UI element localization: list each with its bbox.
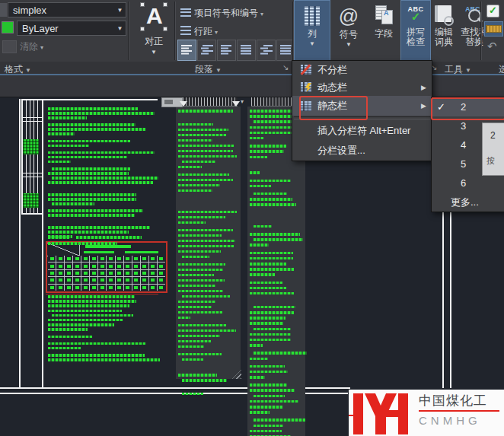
indent-marker-icon[interactable] <box>180 101 187 107</box>
columns-off-icon <box>301 65 311 75</box>
drawing-frame-line <box>42 212 43 387</box>
undo-icon[interactable]: ↶ <box>487 40 497 53</box>
spell-check-button[interactable]: ABC ✓ 拼写检查 <box>400 0 431 61</box>
tooltip: 2 按 <box>482 123 504 176</box>
dictionary-icon <box>435 5 453 25</box>
drawing-text-block <box>48 295 164 363</box>
tools-panel-label[interactable]: 工具▼ <box>445 63 471 76</box>
submenu-item-label: 5 <box>461 158 466 170</box>
align-left-button[interactable] <box>217 40 236 61</box>
watermark-en-text: CNMHG <box>419 414 481 427</box>
line-spacing-button[interactable]: 行距▾ <box>194 25 218 38</box>
titleblock-text-green <box>23 193 39 208</box>
align-center-button[interactable] <box>197 40 216 61</box>
columns-dynamic-icon <box>301 82 311 92</box>
submenu-arrow-icon: ▶ <box>421 102 426 110</box>
bullets-numbering-button[interactable]: 项目符号和编号▾ <box>194 7 263 20</box>
red-dimension-line <box>46 294 158 294</box>
field-icon: A <box>375 5 392 25</box>
clear-formatting-button[interactable]: 清除▾ <box>20 40 43 53</box>
ruler-toggle-button[interactable] <box>484 21 503 37</box>
chevron-down-icon[interactable]: ▼ <box>114 7 126 14</box>
drawing-text-block <box>48 107 162 247</box>
menu-item-label: 分栏设置... <box>317 144 365 158</box>
titleblock-text-green <box>23 139 39 154</box>
clear-formatting-icon <box>2 40 17 53</box>
menu-item-label: 不分栏 <box>317 63 347 77</box>
submenu-item-更多...[interactable]: 更多... <box>432 193 504 212</box>
symbol-button[interactable]: @ 符号 ▼ <box>332 0 365 59</box>
menu-item-0[interactable]: 不分栏 <box>292 61 432 78</box>
color-value: ByLayer <box>18 23 114 34</box>
clipped-panel-label: 选 <box>499 63 504 76</box>
align-justify-icon <box>241 45 253 56</box>
alignment-buttons <box>177 40 296 61</box>
field-button[interactable]: A 字段 <box>368 0 399 59</box>
drawing-table <box>46 241 167 293</box>
column-break-chevron-icon: ▾ <box>241 98 244 105</box>
align-left-para-icon <box>181 45 193 56</box>
submenu-item-label: 2 <box>461 101 466 113</box>
columns-dropdown-menu: 不分栏动态栏▶静态栏▶插入分栏符 Alt+Enter分栏设置... <box>292 60 432 161</box>
watermark-cn-text: 中国煤化工 <box>419 392 487 409</box>
editor-ruler[interactable] <box>183 97 238 107</box>
align-left-para-button[interactable] <box>177 40 196 61</box>
columns-static-icon <box>301 101 311 111</box>
indent-marker-icon[interactable] <box>232 101 240 107</box>
watermark: 中国煤化工 CNMHG <box>349 390 504 436</box>
drawing-frame-line <box>442 212 444 388</box>
align-right-icon <box>260 45 273 56</box>
tooltip-title: 2 <box>490 130 496 141</box>
drawing-text-block <box>178 110 238 400</box>
menu-item-2[interactable]: 静态栏▶ <box>292 96 432 116</box>
at-symbol-icon: @ <box>339 6 359 26</box>
text-style-combobox[interactable]: simplex ▼ <box>8 2 126 18</box>
drawing-frame-line <box>19 99 21 388</box>
panel-separator <box>174 2 176 60</box>
align-justify-button[interactable] <box>237 40 256 61</box>
menu-item-1[interactable]: 动态栏▶ <box>292 78 432 96</box>
paragraph-panel-label[interactable]: 段落▼ <box>195 63 222 76</box>
tooltip-hint: 按 <box>486 155 495 167</box>
checkmark-icon: ✓ <box>437 101 445 113</box>
watermark-logo-icon <box>353 393 417 434</box>
spell-check-icon: ABC ✓ <box>406 5 426 25</box>
align-left-icon <box>221 45 233 56</box>
text-style-value: simplex <box>8 5 114 16</box>
bullets-numbering-icon <box>180 7 191 17</box>
columns-icon <box>305 6 320 26</box>
chevron-down-icon: ▼ <box>309 40 315 47</box>
menu-item-4[interactable]: 插入分栏符 Alt+Enter <box>292 120 432 141</box>
autocad-window: simplex ▼ ByLayer ▼ 清除▾ 格式▼ A 对正▼ 项目符号和编… <box>0 0 504 436</box>
align-width-icon <box>280 45 292 56</box>
checkbox-check-icon[interactable]: ✓ <box>486 5 499 18</box>
edit-dictionaries-button[interactable]: 编辑词典 <box>431 0 457 59</box>
drawing-frame-line <box>450 212 451 388</box>
justify-button[interactable]: 对正▼ <box>140 37 167 57</box>
chevron-down-icon[interactable]: ▼ <box>114 25 126 32</box>
chevron-down-icon: ▼ <box>346 41 352 48</box>
justify-icon[interactable]: A <box>140 2 167 33</box>
menu-separator <box>294 116 430 119</box>
paragraph-dialog-launcher-icon[interactable]: ↘ <box>282 63 289 72</box>
format-panel-label[interactable]: 格式▼ <box>5 63 31 76</box>
submenu-item-label: 4 <box>461 139 466 151</box>
submenu-item-label: 6 <box>461 177 466 189</box>
menu-item-label: 插入分栏符 Alt+Enter <box>317 124 410 138</box>
submenu-item-label: 更多... <box>451 196 479 209</box>
color-combobox[interactable]: ByLayer ▼ <box>17 21 126 36</box>
line-spacing-icon <box>180 25 191 35</box>
columns-button[interactable]: 列 ▼ <box>294 0 330 61</box>
menu-item-5[interactable]: 分栏设置... <box>292 141 432 161</box>
color-swatch <box>2 21 14 33</box>
panel-separator <box>128 2 129 60</box>
menu-item-label: 静态栏 <box>317 99 347 113</box>
ruler-icon <box>486 25 502 33</box>
menu-item-label: 动态栏 <box>317 81 347 94</box>
submenu-item-6[interactable]: 6 <box>432 173 504 193</box>
align-right-button[interactable] <box>257 40 276 61</box>
panel-separator <box>480 2 482 60</box>
align-center-icon <box>201 45 213 56</box>
submenu-item-label: 3 <box>461 120 466 132</box>
submenu-item-2[interactable]: ✓2 <box>432 97 504 116</box>
